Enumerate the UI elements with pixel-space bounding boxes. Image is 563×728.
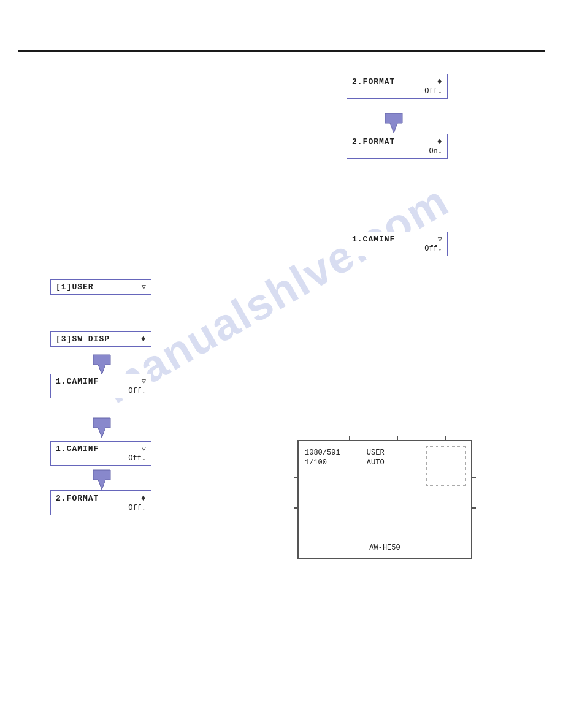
tick-top-3 [445, 436, 446, 441]
format-off-value: Off↓ [424, 87, 442, 96]
format-on-icon: ♦ [437, 137, 442, 146]
format-on-box: 2.FORMAT ♦ On↓ [347, 134, 448, 159]
svg-marker-2 [93, 418, 110, 438]
tick-left-2 [294, 507, 299, 509]
svg-marker-3 [93, 470, 110, 490]
format-off-box: 2.FORMAT ♦ Off↓ [347, 74, 448, 99]
top-divider [18, 50, 545, 52]
caminf-left2-box: 1.CAMINF ▽ Off↓ [50, 441, 151, 466]
format-bottom-icon: ♦ [141, 493, 146, 503]
tick-left-1 [294, 477, 299, 478]
caminf-left1-box: 1.CAMINF ▽ Off↓ [50, 374, 151, 398]
caminf-left1-label: 1.CAMINF [56, 377, 99, 386]
user-label: [1]USER [56, 282, 94, 292]
caminf-left2-value: Off↓ [128, 454, 146, 463]
dotted-region [426, 446, 466, 486]
display-line2: 1/100 AUTO [305, 458, 385, 467]
format-on-label: 2.FORMAT [352, 137, 395, 146]
display-model: AW-HE50 [299, 544, 471, 552]
caminf-left1-value: Off↓ [128, 387, 146, 395]
format-on-value: On↓ [429, 147, 442, 156]
caminf-right-label: 1.CAMINF [352, 235, 395, 244]
sw-disp-box: [3]SW DISP ♦ [50, 331, 151, 347]
user-icon: ▽ [142, 282, 146, 292]
tick-top-1 [349, 436, 350, 441]
caminf-right-icon: ▽ [438, 235, 442, 244]
format-off-icon: ♦ [437, 77, 442, 86]
format-bottom-box: 2.FORMAT ♦ Off↓ [50, 490, 151, 515]
tick-right-1 [471, 477, 476, 478]
camera-display-box: 1080/59i USER 1/100 AUTO AW-HE50 [297, 440, 472, 559]
caminf-right-box: 1.CAMINF ▽ Off↓ [347, 232, 448, 256]
caminf-left2-label: 1.CAMINF [56, 444, 99, 453]
arrow-down-3 [91, 417, 113, 442]
display-line1: 1080/59i USER [305, 449, 385, 457]
tick-right-2 [471, 507, 476, 509]
format-bottom-label: 2.FORMAT [56, 494, 99, 503]
sw-disp-icon: ♦ [141, 334, 146, 344]
svg-marker-1 [93, 355, 110, 374]
caminf-left1-icon: ▽ [142, 377, 146, 386]
format-off-label: 2.FORMAT [352, 77, 395, 86]
caminf-left2-icon: ▽ [142, 444, 146, 453]
caminf-right-value: Off↓ [424, 245, 442, 253]
user-box: [1]USER ▽ [50, 279, 151, 295]
tick-top-2 [397, 436, 398, 441]
svg-marker-0 [385, 113, 402, 133]
format-bottom-value: Off↓ [128, 504, 146, 512]
sw-disp-label: [3]SW DISP [56, 335, 110, 344]
